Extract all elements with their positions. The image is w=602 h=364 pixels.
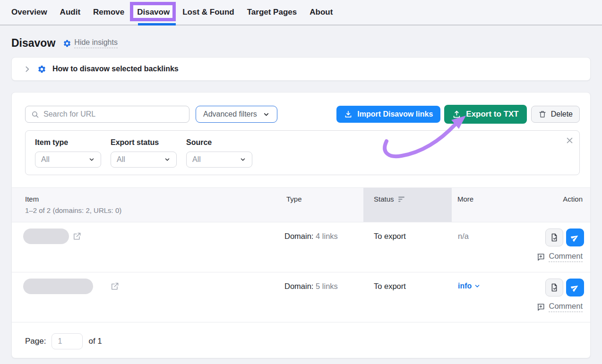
send-icon-button[interactable]	[566, 279, 584, 296]
tab-target-pages[interactable]: Target Pages	[247, 0, 297, 25]
type-cell: Domain: 5 links	[284, 282, 338, 291]
type-cell: Domain: 4 links	[284, 232, 338, 241]
import-disavow-links-button[interactable]: Import Disavow links	[336, 106, 440, 123]
chevron-down-icon	[240, 156, 246, 163]
row-actions	[545, 279, 584, 296]
gear-icon	[37, 65, 46, 74]
pagination: Page: of 1	[12, 322, 590, 360]
sort-icon	[398, 196, 405, 203]
delete-button[interactable]: Delete	[531, 106, 580, 123]
page-count: of 1	[88, 337, 102, 346]
trash-icon	[538, 110, 547, 119]
top-nav: Overview Audit Remove Disavow Lost & Fou…	[0, 0, 602, 25]
download-icon	[344, 110, 353, 119]
status-column-highlight	[363, 188, 452, 222]
filter-source: Source All	[186, 138, 252, 168]
gear-icon	[63, 39, 71, 48]
filters-panel: Item type All Export status All	[25, 130, 580, 175]
page-title: Disavow	[11, 37, 55, 50]
column-more: More	[457, 195, 473, 203]
document-check-icon	[550, 283, 559, 292]
page-header: Disavow Hide insights	[11, 37, 591, 50]
more-cell: info	[458, 282, 481, 290]
comment-icon	[536, 303, 545, 312]
page-number-input[interactable]	[52, 333, 83, 349]
item-type-select[interactable]: All	[35, 152, 101, 168]
tab-about[interactable]: About	[310, 0, 333, 25]
tab-remove[interactable]: Remove	[93, 0, 124, 25]
hide-insights-link[interactable]: Hide insights	[63, 38, 118, 48]
howto-disavow-expander[interactable]: How to disavow selected backlinks	[11, 57, 591, 81]
search-box	[25, 106, 189, 123]
disavow-panel: Advanced filters Import Disavow links Ex…	[11, 92, 591, 358]
search-input[interactable]	[43, 110, 183, 119]
document-check-icon	[550, 233, 559, 242]
status-cell: To export	[374, 232, 406, 241]
more-cell: n/a	[458, 232, 469, 241]
status-cell: To export	[374, 282, 406, 291]
source-select[interactable]: All	[186, 152, 252, 168]
chevron-down-icon	[164, 156, 171, 163]
row-actions	[545, 229, 584, 246]
advanced-filters-button[interactable]: Advanced filters	[196, 106, 277, 123]
toolbar: Advanced filters Import Disavow links Ex…	[12, 105, 590, 124]
column-status[interactable]: Status	[374, 195, 405, 203]
send-icon	[571, 283, 579, 292]
info-dropdown[interactable]: info	[458, 282, 481, 290]
export-status-select[interactable]: All	[111, 152, 177, 168]
redacted-domain	[23, 279, 93, 294]
disavow-file-button[interactable]	[545, 279, 563, 296]
chevron-right-icon	[23, 65, 31, 73]
send-icon-button[interactable]	[566, 229, 584, 246]
chevron-down-icon	[88, 156, 95, 163]
search-icon	[31, 110, 39, 119]
chevron-down-icon	[474, 283, 481, 289]
column-type: Type	[286, 195, 302, 203]
active-tab-indicator	[138, 23, 176, 25]
comment-icon	[536, 253, 545, 262]
tab-audit[interactable]: Audit	[60, 0, 80, 25]
table-summary: 1–2 of 2 (domains: 2, URLs: 0)	[25, 206, 121, 214]
external-link-icon[interactable]	[72, 231, 82, 241]
close-icon[interactable]	[566, 136, 574, 144]
chevron-down-icon	[263, 111, 270, 118]
external-link-icon[interactable]	[110, 281, 120, 291]
upload-icon	[452, 110, 461, 119]
export-to-txt-button[interactable]: Export to TXT	[444, 105, 526, 124]
column-item: Item	[25, 195, 39, 203]
column-action: Action	[563, 195, 583, 203]
page-label: Page:	[25, 337, 46, 346]
table-header: Item 1–2 of 2 (domains: 2, URLs: 0) Type…	[12, 187, 590, 222]
howto-label: How to disavow selected backlinks	[52, 65, 179, 73]
tab-lost-and-found[interactable]: Lost & Found	[182, 0, 234, 25]
disavow-file-button[interactable]	[545, 229, 563, 246]
tab-overview[interactable]: Overview	[11, 0, 47, 25]
comment-link[interactable]: Comment	[536, 302, 583, 312]
send-icon	[571, 233, 579, 242]
redacted-domain	[23, 229, 69, 244]
filter-item-type: Item type All	[35, 138, 101, 168]
comment-link[interactable]: Comment	[536, 252, 583, 262]
tab-disavow[interactable]: Disavow	[137, 0, 170, 25]
table-row: Domain: 4 links To export n/a	[12, 222, 590, 272]
filter-export-status: Export status All	[111, 138, 177, 168]
table-row: Domain: 5 links To export info	[12, 272, 590, 322]
